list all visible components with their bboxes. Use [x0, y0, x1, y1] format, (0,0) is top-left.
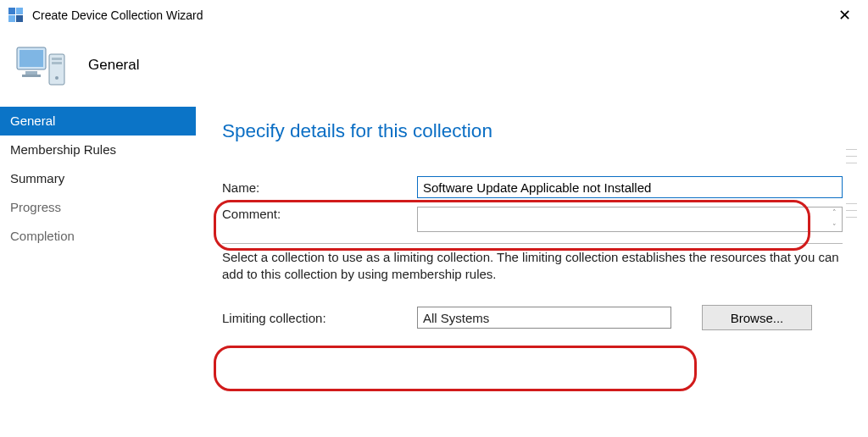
- page-title: General: [88, 57, 139, 74]
- svg-rect-7: [22, 75, 41, 77]
- svg-rect-6: [25, 71, 37, 75]
- wizard-steps-sidebar: General Membership Rules Summary Progres…: [0, 107, 197, 435]
- limiting-collection-field: All Systems: [417, 307, 671, 329]
- sidebar-step-membership-rules[interactable]: Membership Rules: [0, 136, 196, 164]
- comment-label: Comment:: [222, 207, 417, 221]
- close-icon[interactable]: ✕: [826, 3, 863, 28]
- window-title: Create Device Collection Wizard: [32, 8, 826, 22]
- svg-rect-9: [52, 58, 62, 60]
- section-divider: [222, 243, 843, 244]
- collection-icon: [15, 41, 68, 90]
- comment-scroll-buttons[interactable]: ˄ ˅: [827, 208, 841, 231]
- wizard-header: General: [0, 30, 868, 107]
- svg-rect-10: [52, 62, 62, 64]
- limiting-help-text: Select a collection to use as a limiting…: [222, 249, 843, 283]
- name-label: Name:: [222, 180, 417, 195]
- name-row: Name:: [222, 176, 843, 198]
- svg-rect-1: [16, 8, 23, 14]
- browse-button[interactable]: Browse...: [702, 305, 812, 330]
- sidebar-step-summary[interactable]: Summary: [0, 164, 196, 193]
- svg-point-11: [55, 76, 58, 80]
- sidebar-step-completion: Completion: [0, 222, 196, 251]
- comment-row: Comment: ˄ ˅: [222, 207, 843, 235]
- section-heading: Specify details for this collection: [222, 120, 843, 142]
- wizard-main-panel: Specify details for this collection Name…: [197, 107, 868, 435]
- chevron-up-icon[interactable]: ˄: [827, 208, 841, 217]
- sidebar-step-general[interactable]: General: [0, 107, 196, 136]
- name-input[interactable]: [417, 176, 843, 198]
- chevron-down-icon[interactable]: ˅: [827, 223, 841, 231]
- edge-artifact: — ——: [846, 200, 866, 220]
- svg-rect-5: [19, 50, 43, 67]
- svg-rect-3: [16, 15, 23, 22]
- edge-artifact: — ——: [846, 146, 866, 166]
- sidebar-step-progress: Progress: [0, 193, 196, 222]
- limiting-collection-row: Limiting collection: All Systems Browse.…: [222, 305, 843, 330]
- svg-rect-0: [8, 8, 15, 14]
- svg-rect-2: [8, 15, 15, 22]
- comment-input[interactable]: [417, 207, 843, 232]
- limiting-collection-label: Limiting collection:: [222, 311, 417, 325]
- app-icon: [8, 8, 24, 23]
- title-bar: Create Device Collection Wizard ✕: [0, 0, 868, 30]
